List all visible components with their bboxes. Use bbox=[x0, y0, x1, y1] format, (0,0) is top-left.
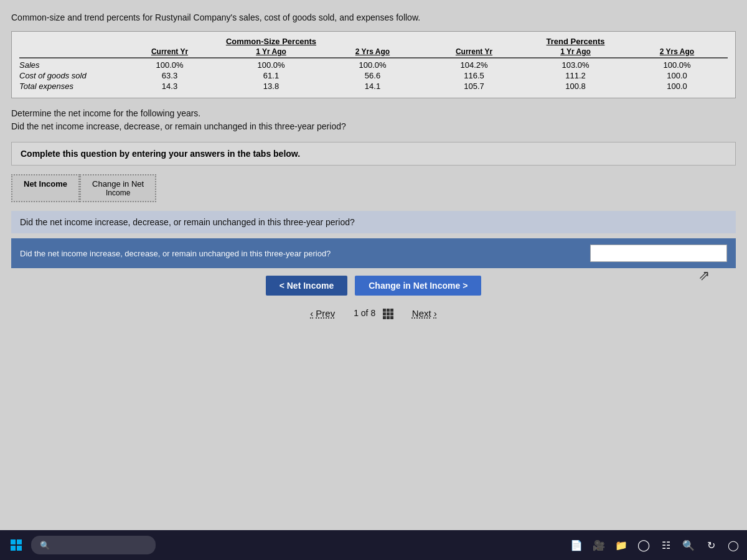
main-content: Common-size and trend percents for Rusty… bbox=[0, 0, 747, 535]
trend-title: Trend Percents bbox=[423, 37, 728, 46]
tabs-container: Net Income Change in Net Income bbox=[11, 174, 736, 202]
taskbar-file-icon[interactable]: 📄 bbox=[568, 536, 585, 554]
question-box: Complete this question by entering your … bbox=[11, 142, 736, 166]
answer-input[interactable] bbox=[590, 245, 727, 262]
taskbar-settings-icon[interactable]: ↻ bbox=[702, 536, 720, 554]
next-tab-button[interactable]: Change in Net Income > bbox=[355, 276, 481, 296]
tr-col3: 2 Yrs Ago bbox=[652, 47, 702, 56]
windows-start-button[interactable] bbox=[5, 536, 27, 554]
taskbar-folder-icon[interactable]: 📁 bbox=[613, 536, 630, 554]
svg-rect-1 bbox=[17, 539, 22, 544]
cs-col1: Current Yr bbox=[145, 47, 195, 56]
tab-net-income[interactable]: Net Income bbox=[11, 174, 80, 202]
taskbar-grid-icon[interactable]: ☷ bbox=[657, 536, 675, 554]
data-table: Common-Size Percents Current Yr 1 Yr Ago… bbox=[11, 31, 736, 98]
common-size-title: Common-Size Percents bbox=[119, 37, 423, 46]
taskbar-search-icon[interactable]: 🔍 bbox=[680, 536, 697, 554]
svg-rect-2 bbox=[11, 546, 16, 551]
taskbar-edge-icon[interactable]: ◯ bbox=[635, 536, 652, 554]
grid-icon bbox=[383, 308, 393, 318]
tr-col2: 1 Yr Ago bbox=[551, 47, 601, 56]
prev-tab-button[interactable]: < Net Income bbox=[266, 276, 348, 296]
table-row: Sales 100.0% 100.0% 100.0% 104.2% 103.0%… bbox=[19, 60, 728, 70]
taskbar-camera-icon[interactable]: 🎥 bbox=[590, 536, 608, 554]
pagination-row: ‹ Prev 1 of 8 Next › bbox=[11, 308, 736, 319]
taskbar: 📄 🎥 📁 ◯ ☷ 🔍 ↻ ◯ bbox=[0, 530, 747, 560]
tr-col1: Current Yr bbox=[449, 47, 499, 56]
tab-change-in-net-income[interactable]: Change in Net Income bbox=[80, 174, 156, 202]
table-row: Cost of goods sold 63.3 61.1 56.6 116.5 … bbox=[19, 70, 728, 81]
instructions: Determine the net income for the followi… bbox=[11, 107, 736, 133]
intro-text: Common-size and trend percents for Rusty… bbox=[11, 12, 736, 22]
page-info: 1 of 8 bbox=[354, 308, 393, 319]
next-button[interactable]: Next › bbox=[412, 308, 437, 319]
taskbar-circle-icon[interactable]: ◯ bbox=[725, 536, 742, 554]
svg-rect-3 bbox=[17, 546, 22, 551]
taskbar-icons: 📄 🎥 📁 ◯ ☷ 🔍 ↻ ◯ bbox=[568, 536, 742, 554]
cs-col2: 1 Yr Ago bbox=[247, 47, 296, 56]
answer-area: Did the net income increase, decrease, o… bbox=[11, 238, 736, 268]
table-row: Total expenses 14.3 13.8 14.1 105.7 100.… bbox=[19, 81, 728, 91]
prev-button[interactable]: ‹ Prev bbox=[310, 308, 335, 319]
svg-rect-0 bbox=[11, 539, 16, 544]
nav-buttons-row: < Net Income Change in Net Income > bbox=[11, 276, 736, 296]
cs-col3: 2 Yrs Ago bbox=[348, 47, 398, 56]
section-question: Did the net income increase, decrease, o… bbox=[11, 211, 736, 233]
taskbar-search[interactable] bbox=[31, 536, 156, 554]
